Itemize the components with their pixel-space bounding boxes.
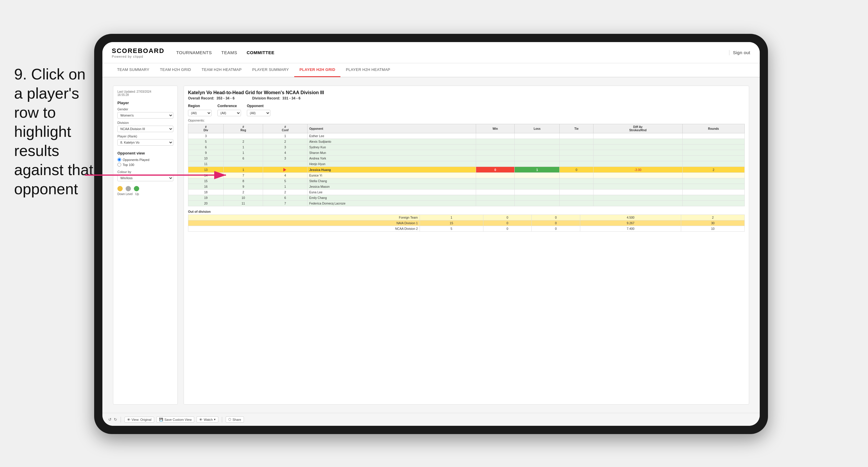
h2h-table: #Div #Reg #Conf Opponent Win Loss Tie Di… (188, 124, 745, 206)
sub-nav: TEAM SUMMARY TEAM H2H GRID TEAM H2H HEAT… (102, 63, 760, 77)
dot-down-label: Down (117, 192, 124, 196)
opponents-label: Opponents: (188, 119, 745, 122)
sub-nav-player-summary[interactable]: PLAYER SUMMARY (247, 63, 294, 77)
tablet-frame: SCOREBOARD Powered by clippd TOURNAMENTS… (94, 34, 768, 434)
divider-top-nav (729, 50, 730, 55)
nav-teams[interactable]: TEAMS (221, 50, 237, 55)
table-row[interactable]: 16 9 1 Jessica Mason (188, 184, 745, 189)
table-row[interactable]: 5 2 2 Alexis Sudjianto (188, 139, 745, 145)
sub-nav-team-h2h-heatmap[interactable]: TEAM H2H HEATMAP (196, 63, 247, 77)
tablet-screen: SCOREBOARD Powered by clippd TOURNAMENTS… (102, 42, 760, 426)
table-row[interactable]: 13 1 Jessica Huang 0 1 0 -3.00 2 (188, 167, 745, 173)
opponent-filter: Opponent (All) (247, 104, 270, 116)
table-row[interactable]: NCAA Division 2 500 7.40010 (188, 226, 745, 231)
dot-level (126, 186, 131, 191)
player-rank-select[interactable]: 8. Katelyn Vo (117, 139, 173, 146)
division-record: Division Record: 331 - 34 - 6 (252, 96, 301, 100)
last-updated: Last Updated: 27/03/2024 16:55:28 (117, 90, 173, 96)
dot-up-label: Up (134, 192, 141, 196)
dot-level-label: Level (126, 192, 132, 196)
col-conf: #Conf (263, 124, 308, 133)
sub-nav-player-h2h-grid[interactable]: PLAYER H2H GRID (294, 63, 341, 77)
nav-committee[interactable]: COMMITTEE (247, 50, 275, 55)
colour-dots (117, 186, 173, 191)
opponent-select[interactable]: (All) (247, 110, 270, 116)
nav-left: SCOREBOARD Powered by clippd TOURNAMENTS… (112, 47, 275, 58)
col-tie: Tie (560, 124, 593, 133)
nav-right: Sign out (729, 50, 750, 55)
watch-button[interactable]: 👁 Watch ▾ (196, 416, 218, 423)
player-rank-label: Player (Rank) (117, 134, 173, 138)
radio-opponents-played[interactable]: Opponents Played (117, 158, 173, 161)
toolbar-separator-2 (222, 417, 222, 423)
bottom-toolbar: ↺ ↻ 👁 View: Original 💾 Save Custom View … (102, 413, 760, 426)
table-row[interactable]: 18 2 2 Euna Lee (188, 189, 745, 195)
table-row[interactable]: NAIA Division 1 1500 9.26730 (188, 220, 745, 226)
view-original-icon: 👁 (127, 418, 130, 422)
logo-sub: Powered by clippd (112, 55, 164, 58)
step-number: 9. (14, 66, 27, 83)
save-custom-view-button[interactable]: 💾 Save Custom View (157, 416, 194, 423)
dot-down (117, 186, 123, 191)
share-icon: ⬡ (228, 417, 231, 422)
save-icon: 💾 (159, 417, 163, 422)
nav-tournaments[interactable]: TOURNAMENTS (176, 50, 212, 55)
player-section-title: Player (117, 101, 173, 105)
watch-icon: 👁 (199, 418, 203, 422)
record-row: Overall Record: 353 - 34 - 6 Division Re… (188, 96, 745, 100)
sub-nav-team-summary[interactable]: TEAM SUMMARY (112, 63, 155, 77)
sign-out-link[interactable]: Sign out (733, 50, 750, 55)
sub-nav-player-h2h-heatmap[interactable]: PLAYER H2H HEATMAP (340, 63, 396, 77)
left-panel: Last Updated: 27/03/2024 16:55:28 Player… (113, 86, 178, 405)
table-row[interactable]: 14 7 4 Eunice Yi (188, 173, 745, 178)
instruction-body: Click on a player's row to highlight res… (14, 66, 93, 197)
top-nav: SCOREBOARD Powered by clippd TOURNAMENTS… (102, 42, 760, 63)
dot-up (134, 186, 139, 191)
out-of-division-title: Out of division (188, 210, 745, 213)
division-label: Division (117, 121, 173, 124)
division-select[interactable]: NCAA Division III (117, 126, 173, 132)
logo-block: SCOREBOARD Powered by clippd (112, 47, 164, 58)
main-content: Last Updated: 27/03/2024 16:55:28 Player… (102, 77, 760, 413)
sub-nav-team-h2h-grid[interactable]: TEAM H2H GRID (155, 63, 196, 77)
opponent-view-title: Opponent view (117, 151, 173, 155)
conference-filter: Conference (All) (217, 104, 241, 116)
undo-icon[interactable]: ↺ (108, 417, 112, 422)
share-button[interactable]: ⬡ Share (226, 416, 244, 423)
col-win: Win (476, 124, 514, 133)
table-row[interactable]: 6 1 3 Sydney Kuo (188, 145, 745, 150)
redo-icon[interactable]: ↻ (114, 417, 117, 422)
table-row[interactable]: 9 1 4 Sharon Mun (188, 150, 745, 156)
gender-label: Gender (117, 107, 173, 111)
watch-chevron: ▾ (214, 417, 216, 422)
dot-labels: Down Level Up (117, 192, 173, 196)
logo-title: SCOREBOARD (112, 47, 164, 55)
col-loss: Loss (515, 124, 560, 133)
table-row[interactable]: 19 10 6 Emily Chang (188, 195, 745, 201)
colour-by-select[interactable]: Win/loss (117, 175, 173, 181)
table-row[interactable]: 11 Heejo Hyun (188, 161, 745, 167)
table-row[interactable]: Foreign Team 100 4.5002 (188, 215, 745, 220)
filters-row: Region (All) Conference (All) (188, 104, 745, 116)
out-of-division-table: Foreign Team 100 4.5002 NAIA Division 1 … (188, 215, 745, 231)
colour-by-label: Colour by (117, 170, 173, 174)
conference-select[interactable]: (All) (217, 110, 241, 116)
col-diff: Diff AvStrokes/Rnd (593, 124, 683, 133)
opponent-view-section: Opponent view Opponents Played Top 100 (117, 151, 173, 166)
grid-title: Katelyn Vo Head-to-Head Grid for Women's… (188, 90, 745, 95)
table-row[interactable]: 10 6 3 Andrea York (188, 156, 745, 161)
colour-section: Colour by Win/loss Down Level Up (117, 170, 173, 196)
data-table: #Div #Reg #Conf Opponent Win Loss Tie Di… (188, 124, 745, 400)
radio-top-100[interactable]: Top 100 (117, 163, 173, 166)
out-of-division-section: Out of division Foreign Team 100 4.5002 (188, 210, 745, 231)
table-row[interactable]: 20 11 7 Federica Domecq Lacroze (188, 201, 745, 206)
col-rounds: Rounds (682, 124, 744, 133)
instruction-text: 9. Click on a player's row to highlight … (14, 65, 96, 199)
gender-select[interactable]: Women's (117, 112, 173, 119)
region-select[interactable]: (All) (188, 110, 212, 116)
table-row[interactable]: 3 1 Esther Lee (188, 133, 745, 139)
view-original-button[interactable]: 👁 View: Original (124, 417, 154, 423)
content-wrapper: Last Updated: 27/03/2024 16:55:28 Player… (113, 86, 749, 405)
col-div: #Div (188, 124, 224, 133)
table-row[interactable]: 15 8 5 Stella Chang (188, 178, 745, 184)
